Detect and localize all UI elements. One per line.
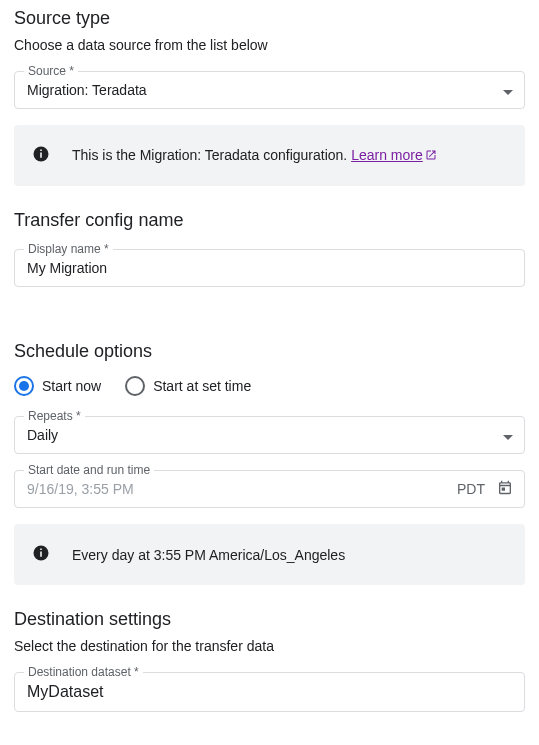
svg-rect-4 bbox=[40, 552, 42, 557]
start-date-field: Start date and run time PDT bbox=[14, 470, 525, 508]
svg-rect-1 bbox=[40, 153, 42, 158]
schedule-info-text: Every day at 3:55 PM America/Los_Angeles bbox=[72, 547, 345, 563]
source-info-text: This is the Migration: Teradata configur… bbox=[72, 147, 437, 164]
source-info-text-content: This is the Migration: Teradata configur… bbox=[72, 147, 351, 163]
start-now-label: Start now bbox=[42, 378, 101, 394]
display-name-field: Display name * bbox=[14, 249, 525, 287]
learn-more-label: Learn more bbox=[351, 147, 423, 163]
repeats-select[interactable]: Daily bbox=[14, 416, 525, 454]
source-type-section: Source type Choose a data source from th… bbox=[14, 8, 525, 186]
source-type-title: Source type bbox=[14, 8, 525, 29]
source-field: Source * Migration: Teradata bbox=[14, 71, 525, 109]
learn-more-link[interactable]: Learn more bbox=[351, 147, 437, 163]
repeats-label: Repeats * bbox=[24, 409, 85, 423]
schedule-section: Schedule options Start now Start at set … bbox=[14, 341, 525, 585]
timezone-label: PDT bbox=[457, 481, 485, 497]
schedule-title: Schedule options bbox=[14, 341, 525, 362]
schedule-info-banner: Every day at 3:55 PM America/Los_Angeles bbox=[14, 524, 525, 585]
destination-dataset-label: Destination dataset * bbox=[24, 665, 143, 679]
repeats-field: Repeats * Daily bbox=[14, 416, 525, 454]
radio-unselected-icon bbox=[125, 376, 145, 396]
start-date-label: Start date and run time bbox=[24, 463, 154, 477]
transfer-config-title: Transfer config name bbox=[14, 210, 525, 231]
start-now-radio[interactable]: Start now bbox=[14, 376, 101, 396]
svg-rect-2 bbox=[40, 150, 42, 152]
calendar-icon[interactable] bbox=[497, 480, 513, 499]
source-select[interactable]: Migration: Teradata bbox=[14, 71, 525, 109]
start-at-set-time-radio[interactable]: Start at set time bbox=[125, 376, 251, 396]
info-icon bbox=[32, 544, 50, 565]
destination-dataset-field: Destination dataset * bbox=[14, 672, 525, 712]
start-at-set-time-label: Start at set time bbox=[153, 378, 251, 394]
source-label: Source * bbox=[24, 64, 78, 78]
radio-selected-icon bbox=[14, 376, 34, 396]
source-type-subtitle: Choose a data source from the list below bbox=[14, 37, 525, 53]
transfer-config-section: Transfer config name Display name * bbox=[14, 210, 525, 287]
svg-rect-5 bbox=[40, 549, 42, 551]
destination-section: Destination settings Select the destinat… bbox=[14, 609, 525, 712]
destination-subtitle: Select the destination for the transfer … bbox=[14, 638, 525, 654]
info-icon bbox=[32, 145, 50, 166]
display-name-label: Display name * bbox=[24, 242, 113, 256]
radio-dot bbox=[19, 381, 29, 391]
source-info-banner: This is the Migration: Teradata configur… bbox=[14, 125, 525, 186]
destination-title: Destination settings bbox=[14, 609, 525, 630]
schedule-radio-group: Start now Start at set time bbox=[14, 376, 525, 396]
external-link-icon bbox=[425, 148, 437, 164]
